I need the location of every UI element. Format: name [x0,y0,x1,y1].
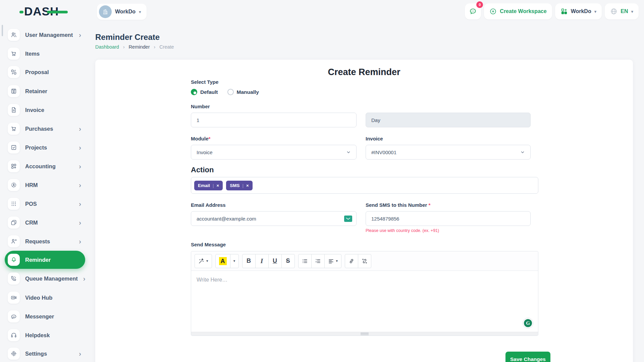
grammarly-icon[interactable]: G [523,318,533,328]
sidebar-item-invoice[interactable]: Invoice [5,101,85,119]
sidebar-scrollbar[interactable] [2,25,3,36]
sidebar-item-crm[interactable]: CRM › [5,214,85,232]
sidebar-item-queue-management[interactable]: Queue Management › [5,269,85,288]
chevron-right-icon: › [123,44,125,50]
sidebar-item-label: Messenger [25,313,81,320]
number-unit-input [366,113,531,127]
sidebar-item-label: Proposal [25,69,81,75]
workspace-selector[interactable]: WorkDo ▾ [97,4,147,20]
gear-icon [8,348,20,360]
sidebar-item-label: Purchases [25,126,73,132]
action-heading: Action [191,166,214,174]
invoice-label: Invoice [366,136,383,141]
sidebar-item-proposal[interactable]: Proposal [5,63,85,81]
company-menu-button[interactable]: WorkDo ▾ [555,3,602,19]
notifications-button[interactable]: 0 [465,3,481,19]
style-magic-button[interactable]: ▾ [195,254,212,268]
breadcrumb-dashboard-link[interactable]: Dashboard [95,44,119,50]
editor-resize-handle[interactable] [191,332,538,336]
radio-manually[interactable]: Manually [227,89,259,95]
chevron-right-icon: › [79,350,81,357]
chevron-down-icon: ▾ [594,9,597,14]
number-input[interactable] [191,113,357,127]
bold-button[interactable]: B [242,254,256,268]
sidebar-item-label: CRM [25,220,73,226]
grid-plus-icon [8,160,20,172]
bell-icon [8,254,20,266]
tag-email[interactable]: Email | × [194,181,223,190]
sidebar-item-accounting[interactable]: Accounting › [5,157,85,175]
sidebar-item-purchases[interactable]: Purchases › [5,120,85,138]
radio-default[interactable]: Default [191,89,218,95]
plus-circle-icon [489,8,497,15]
language-selector[interactable]: EN ▾ [605,3,639,19]
italic-button[interactable]: I [255,254,269,268]
mail-extension-icon[interactable] [344,216,352,222]
create-workspace-label: Create Workspace [500,8,546,14]
save-changes-button[interactable]: Save Changes [505,352,550,362]
radio-unchecked-icon[interactable] [227,89,234,95]
unordered-list-button[interactable] [298,254,312,268]
phone-icon [8,273,20,285]
language-code: EN [621,8,628,14]
sidebar-item-label: Items [25,51,81,57]
unlink-button[interactable] [358,254,371,268]
font-color-more-button[interactable]: ▾ [230,254,239,268]
action-tags-input[interactable]: Email | × SMS | × [191,177,538,194]
create-workspace-button[interactable]: Create Workspace [484,3,552,19]
invoice-select[interactable]: #INV00001 [366,145,531,160]
paragraph-align-button[interactable]: ▾ [324,254,342,268]
sidebar-item-user-management[interactable]: User Management › [5,26,85,44]
module-select[interactable]: Invoice [191,145,357,160]
tag-sms[interactable]: SMS | × [226,181,252,190]
underline-button[interactable]: U [268,254,282,268]
module-label: Module* [191,136,210,141]
sidebar-item-hrm[interactable]: HRM › [5,176,85,194]
breadcrumb-create: Create [159,44,174,50]
sidebar-item-helpdesk[interactable]: Helpdesk [5,326,85,344]
layers-icon [8,217,20,229]
floppy-icon [8,85,20,97]
app-header: DASH WorkDo ▾ 0 Create Workspace [0,0,644,24]
message-editing-area[interactable]: Write Here… G [191,271,538,336]
chevron-right-icon: › [154,44,155,50]
email-address-input[interactable] [191,211,357,226]
proposal-icon [8,66,20,78]
sidebar-item-requests[interactable]: Requests › [5,232,85,250]
resize-grip-icon [361,333,369,336]
remove-tag-icon[interactable]: × [246,183,249,188]
tag-divider: | [213,183,214,188]
building-icon [102,8,109,15]
font-color-button[interactable]: A [215,254,230,268]
sidebar-item-label: Retainer [25,88,81,95]
app-logo[interactable]: DASH [19,4,70,19]
link-icon [348,258,355,264]
insert-link-button[interactable] [345,254,358,268]
sidebar-item-video-hub[interactable]: Video Hub [5,289,85,307]
sidebar-item-label: HRM [25,182,73,188]
chevron-right-icon: › [79,32,81,38]
strikethrough-button[interactable]: S [281,254,295,268]
remove-tag-icon[interactable]: × [217,183,219,188]
sidebar-item-messenger[interactable]: Messenger [5,307,85,325]
document-icon [8,104,20,116]
breadcrumb: Dashboard › Reminder › Create [95,44,174,50]
editor-toolbar: ▾ A ▾ B I U S [191,251,538,271]
sms-number-input[interactable] [366,211,531,226]
sidebar-item-pos[interactable]: POS › [5,195,85,213]
sidebar-item-items[interactable]: Items [5,45,85,63]
sidebar-item-label: Settings [25,351,73,357]
sidebar-item-projects[interactable]: Projects › [5,138,85,157]
chevron-right-icon: › [79,163,81,170]
sidebar-item-retainer[interactable]: Retainer [5,82,85,100]
apps-grid-icon [560,8,568,15]
breadcrumb-reminder[interactable]: Reminder [129,44,150,50]
select-type-label: Select Type [191,79,218,85]
sidebar-item-label: Helpdesk [25,332,81,339]
tag-divider: | [242,183,244,188]
ordered-list-button[interactable] [311,254,325,268]
send-message-label: Send Message [191,242,226,247]
radio-checked-icon[interactable] [191,89,197,95]
sidebar-item-settings[interactable]: Settings › [5,345,85,362]
sidebar-item-reminder[interactable]: Reminder [5,251,85,269]
